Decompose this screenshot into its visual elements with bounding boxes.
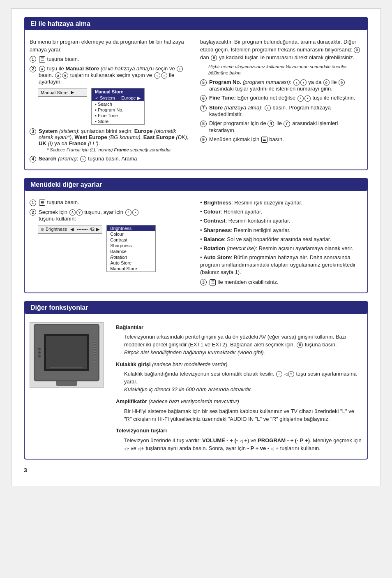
step-num-5: 5: [200, 79, 207, 86]
tv-image: [30, 322, 104, 388]
down2-icon: ∨: [62, 72, 68, 79]
step-num-2: 2: [30, 66, 36, 72]
tv-screen: [44, 334, 89, 371]
step5: 5 Program No. (program numarası): ‹› ya …: [200, 79, 362, 92]
step3-footnote: * Sadece Fransa için (LL' normu) France …: [47, 147, 172, 152]
bm-balance: Balance: [107, 248, 155, 254]
amplifikator-block: Amplifikatör (sadece bazı versiyonlarda …: [116, 398, 362, 423]
brightness-menu-right: Brightness Colour Contrast Sharpness Bal…: [106, 225, 156, 272]
amplifikator-subtitle: Amplifikatör: [116, 398, 147, 404]
section1-right-para1: başlayacaktır. Bir program bulunduğunda,…: [200, 38, 362, 62]
kulaklik-text: Kulaklık bağlandığında televizyonun sesi…: [124, 370, 362, 394]
section-hafiza: El ile hafızaya alma Bu menü bir program…: [24, 17, 368, 170]
step-num-8: 8: [200, 121, 207, 127]
bm-sharpness: Sharpness: [107, 243, 155, 248]
section-fonk-title: Diğer fonksiyonlar: [25, 302, 367, 314]
step9: 9 Menüden çıkmak için ☰ basın.: [200, 136, 362, 143]
manual-store-menu: Manual Store ▶ Manual Store ✓ System Eur…: [38, 88, 192, 125]
bm-manualstore: Manual Store: [107, 266, 155, 272]
step-num-3: 3: [30, 128, 36, 135]
kulaklik-footnote: Kulaklığın iç direnci 32 ile 600 ohm ara…: [124, 386, 252, 392]
right7-icon: ›: [132, 209, 138, 216]
right4-icon: ›: [300, 79, 307, 86]
bm-contrast: Contrast: [107, 237, 155, 243]
list-item-brightness: • Brightness: Resmin ışık düzeyini ayarl…: [200, 199, 362, 207]
vol-tri: ◁: [240, 439, 243, 443]
tv-illustration-area: [30, 322, 104, 388]
fonk-content: Bağlantılar Televizyonun arkasındaki per…: [116, 324, 362, 455]
kulaklik-italic: (sadece bazı modellerde vardır): [152, 361, 228, 367]
menu-items-list: • Brightness: Resmin ışık düzeyini ayarl…: [200, 199, 362, 276]
list-item-sharpness: • Sharpness: Resmin netliğini ayarlar.: [200, 227, 362, 234]
s2-num-3: 3: [200, 279, 207, 286]
list-item-autostore: • Auto Store: Bütün programları hafızaya…: [200, 254, 362, 276]
tv-ctrl-2: [38, 351, 41, 354]
menu-item-store: • Store: [92, 118, 144, 124]
vol-tri2: ◁: [271, 446, 274, 451]
nine2-icon: 9: [339, 79, 345, 86]
tv-ctrl-1: [38, 348, 41, 350]
brightness-left: ⊙ Brightness ◀ ••••••• 42 ▶: [38, 225, 102, 234]
step-num-7: 7: [200, 105, 207, 111]
bm-autostore: Auto Store: [107, 260, 155, 266]
step-num-4: 4: [30, 156, 36, 162]
step2: 2 ∧ tuşu ile Manual Store (el ile hafıza…: [30, 65, 192, 85]
baglantilar-block: Bağlantılar Televizyonun arkasındaki per…: [116, 324, 362, 356]
s2-num-2: 2: [30, 209, 36, 216]
step6: 6 Fine Tune: Eğer görüntü net değilse ‹›…: [200, 95, 362, 102]
prog-tri-plus: ◁: [138, 446, 141, 451]
section-hafiza-title: El ile hafızaya alma: [25, 18, 367, 30]
page-number: 3: [24, 467, 368, 474]
baglantilar-title: Bağlantılar: [116, 324, 362, 332]
zero2-icon: 0: [323, 79, 330, 86]
menu-item-programno: • Program No.: [92, 107, 144, 113]
brightness-dots: •••••••: [77, 227, 88, 232]
section2-right: • Brightness: Resmin ışık düzeyini ayarl…: [200, 199, 362, 288]
section1-right: başlayacaktır. Bir program bulunduğunda,…: [200, 38, 362, 165]
ref7-icon: 7: [284, 121, 290, 127]
amplifikator-title: Amplifikatör (sadece bazı versiyonlarda …: [116, 398, 362, 406]
down3-icon: ∨: [76, 209, 83, 216]
menu-item-system: ✓ System Europe ▶: [92, 95, 144, 101]
kulaklik-block: Kulaklık girişi (sadece bazı modellerde …: [116, 361, 362, 394]
step-num-1: 1: [30, 56, 36, 63]
section-fonksiyon: Diğer fonksiyonlar: [24, 301, 368, 460]
plus-icon: +: [288, 371, 294, 377]
menu4-icon: ☰: [210, 279, 216, 286]
menu-item-search: • Search: [92, 101, 144, 107]
list-item-rotation: • Rotation (mevcut ise): Resmin açısını …: [200, 245, 362, 252]
menu-left: Manual Store ▶: [38, 88, 87, 97]
ref4-icon: 4: [267, 121, 274, 127]
s2-num-1: 1: [30, 200, 36, 206]
nine-icon: 9: [211, 55, 217, 61]
step7: 7 Store (hafızaya alma): › basın. Progra…: [200, 104, 362, 117]
step4: 4 Search (arama): › tuşuna basın. Arama: [30, 156, 192, 162]
brightness-value: 42: [90, 227, 95, 232]
tv-body: [34, 324, 99, 381]
section-menu-title: Menüdeki diğer ayarlar: [25, 179, 367, 191]
menu2-icon: ☰: [261, 137, 267, 143]
section1-footnote: Hiçbir resme ulaşamazsanız kullanma klav…: [208, 64, 362, 77]
manual-store-label: Manual Store: [41, 90, 67, 95]
tus-text: Televizyon üzerinde 4 tuş vardır: VOLUME…: [124, 437, 362, 453]
up-arrow-icon: ∧: [39, 66, 45, 72]
bm-colour: Colour: [107, 231, 155, 237]
right5-icon: ›: [304, 95, 311, 102]
right2-icon: ›: [161, 72, 167, 79]
brightness-menu: ⊙ Brightness ◀ ••••••• 42 ▶ Brightness C…: [38, 225, 192, 272]
up3-icon: ∧: [69, 209, 76, 216]
step-num-6: 6: [200, 95, 207, 102]
right3-icon: ›: [80, 156, 86, 162]
step-num-9: 9: [200, 136, 207, 143]
kulaklik-subtitle: Kulaklık girişi: [116, 361, 151, 367]
menu3-icon: ☰: [39, 200, 45, 206]
amplifikator-text: Bir Hi-fi'yi sisteme bağlamak için bir s…: [124, 408, 362, 423]
section1-left: Bu menü bir program eklemeye ya da progr…: [30, 38, 192, 165]
vol-sym: ◁: [284, 371, 288, 376]
tv-speaker: [94, 341, 96, 362]
menu-title: Manual Store: [92, 88, 144, 95]
step8: 8 Diğer programlar için de 4 ile 7 arası…: [200, 120, 362, 133]
left2-icon: ‹: [293, 79, 300, 86]
left-icon: ‹: [154, 72, 160, 79]
zero-icon: 0: [354, 47, 360, 53]
